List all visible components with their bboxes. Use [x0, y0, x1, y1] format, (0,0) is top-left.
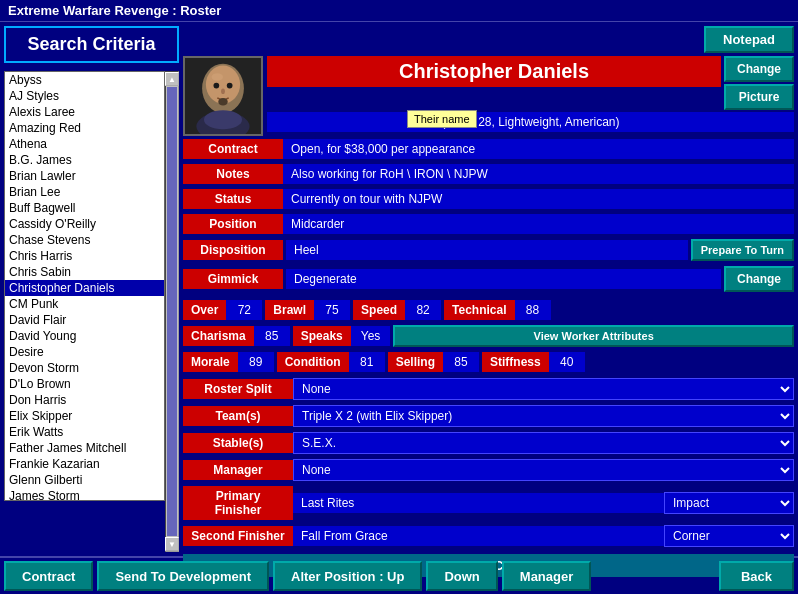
primary-finisher-row: Primary Finisher Last Rites Impact [183, 486, 794, 520]
manager-select[interactable]: None [293, 459, 794, 481]
selling-label: Selling [388, 352, 443, 372]
manager-bottom-button[interactable]: Manager [502, 561, 591, 591]
list-item[interactable]: Christopher Daniels [5, 280, 164, 296]
notepad-button[interactable]: Notepad [704, 26, 794, 53]
svg-point-5 [227, 83, 233, 89]
roster-split-select[interactable]: None [293, 378, 794, 400]
selling-value: 85 [443, 352, 479, 372]
list-item[interactable]: B.G. James [5, 152, 164, 168]
wrestler-photo-svg [185, 56, 261, 136]
brawl-stat: Brawl 75 [265, 300, 350, 320]
alter-position-up-button[interactable]: Alter Position : Up [273, 561, 422, 591]
list-item[interactable]: Desire [5, 344, 164, 360]
disposition-row: Disposition Heel Prepare To Turn [183, 239, 794, 261]
charisma-value: 85 [254, 326, 290, 346]
list-item[interactable]: CM Punk [5, 296, 164, 312]
condition-stat: Condition 81 [277, 352, 385, 372]
down-button[interactable]: Down [426, 561, 497, 591]
stables-row: Stable(s) S.E.X. [183, 432, 794, 454]
gimmick-change-button[interactable]: Change [724, 266, 794, 292]
speed-value: 82 [405, 300, 441, 320]
stiffness-stat: Stiffness 40 [482, 352, 585, 372]
charisma-stat: Charisma 85 [183, 326, 290, 346]
teams-select[interactable]: Triple X 2 (with Elix Skipper) [293, 405, 794, 427]
technical-value: 88 [515, 300, 551, 320]
prepare-to-turn-button[interactable]: Prepare To Turn [691, 239, 794, 261]
primary-finisher-value: Last Rites [293, 493, 664, 513]
manager-row: Manager None [183, 459, 794, 481]
list-item[interactable]: Chris Sabin [5, 264, 164, 280]
search-criteria-title: Search Criteria [4, 26, 179, 63]
list-item[interactable]: AJ Styles [5, 88, 164, 104]
app-title: Extreme Warfare Revenge : Roster [8, 3, 221, 18]
manager-label: Manager [183, 460, 293, 480]
list-item[interactable]: Elix Skipper [5, 408, 164, 424]
svg-point-4 [214, 83, 220, 89]
status-row: Status Currently on tour with NJPW [183, 189, 794, 209]
list-item[interactable]: David Young [5, 328, 164, 344]
wrestler-list[interactable]: AbyssAJ StylesAlexis LareeAmazing RedAth… [4, 71, 165, 501]
list-item[interactable]: D'Lo Brown [5, 376, 164, 392]
contract-label: Contract [183, 139, 283, 159]
position-value: Midcarder [283, 214, 794, 234]
stables-select[interactable]: S.E.X. [293, 432, 794, 454]
list-item[interactable]: Abyss [5, 72, 164, 88]
scroll-down-btn[interactable]: ▼ [165, 537, 179, 551]
list-item[interactable]: Chase Stevens [5, 232, 164, 248]
brawl-label: Brawl [265, 300, 314, 320]
svg-point-7 [218, 98, 228, 106]
over-stat: Over 72 [183, 300, 262, 320]
second-finisher-type-select[interactable]: Corner [664, 525, 794, 547]
second-finisher-label: Second Finisher [183, 526, 293, 546]
wrestler-photo [183, 56, 263, 136]
change-name-button[interactable]: Change [724, 56, 794, 82]
technical-stat: Technical 88 [444, 300, 550, 320]
send-to-development-button[interactable]: Send To Development [97, 561, 269, 591]
over-label: Over [183, 300, 226, 320]
speaks-stat: Speaks Yes [293, 326, 391, 346]
right-panel: Notepad [183, 26, 794, 552]
technical-label: Technical [444, 300, 514, 320]
speaks-value: Yes [351, 326, 391, 346]
charisma-label: Charisma [183, 326, 254, 346]
list-item[interactable]: Buff Bagwell [5, 200, 164, 216]
notes-value: Also working for RoH \ IRON \ NJPW [283, 164, 794, 184]
list-item[interactable]: Glenn Gilberti [5, 472, 164, 488]
disposition-value: Heel [286, 240, 688, 260]
speaks-label: Speaks [293, 326, 351, 346]
list-item[interactable]: Chris Harris [5, 248, 164, 264]
list-item[interactable]: Brian Lee [5, 184, 164, 200]
list-item[interactable]: Alexis Laree [5, 104, 164, 120]
scroll-up-btn[interactable]: ▲ [165, 72, 179, 86]
list-item[interactable]: Cassidy O'Reilly [5, 216, 164, 232]
teams-label: Team(s) [183, 406, 293, 426]
list-item[interactable]: Amazing Red [5, 120, 164, 136]
list-item[interactable]: James Storm [5, 488, 164, 501]
status-label: Status [183, 189, 283, 209]
second-finisher-value: Fall From Grace [293, 526, 664, 546]
teams-row: Team(s) Triple X 2 (with Elix Skipper) [183, 405, 794, 427]
stables-label: Stable(s) [183, 433, 293, 453]
back-button[interactable]: Back [719, 561, 794, 591]
svg-point-6 [221, 88, 225, 94]
disposition-label: Disposition [183, 240, 283, 260]
primary-finisher-type-select[interactable]: Impact [664, 492, 794, 514]
name-tooltip: Their name [407, 110, 477, 128]
view-worker-attributes-button[interactable]: View Worker Attributes [393, 325, 794, 347]
list-item[interactable]: Don Harris [5, 392, 164, 408]
list-item[interactable]: Frankie Kazarian [5, 456, 164, 472]
notes-row: Notes Also working for RoH \ IRON \ NJPW [183, 164, 794, 184]
list-item[interactable]: Father James Mitchell [5, 440, 164, 456]
contract-button[interactable]: Contract [4, 561, 93, 591]
list-item[interactable]: Athena [5, 136, 164, 152]
gimmick-row: Gimmick Degenerate Change [183, 266, 794, 292]
primary-finisher-label: Primary Finisher [183, 486, 293, 520]
list-item[interactable]: Erik Watts [5, 424, 164, 440]
list-item[interactable]: David Flair [5, 312, 164, 328]
list-item[interactable]: Devon Storm [5, 360, 164, 376]
picture-button[interactable]: Picture [724, 84, 794, 110]
gimmick-label: Gimmick [183, 269, 283, 289]
svg-point-9 [204, 110, 242, 129]
list-item[interactable]: Brian Lawler [5, 168, 164, 184]
wrestler-name: Christopher Daniels [267, 56, 721, 87]
